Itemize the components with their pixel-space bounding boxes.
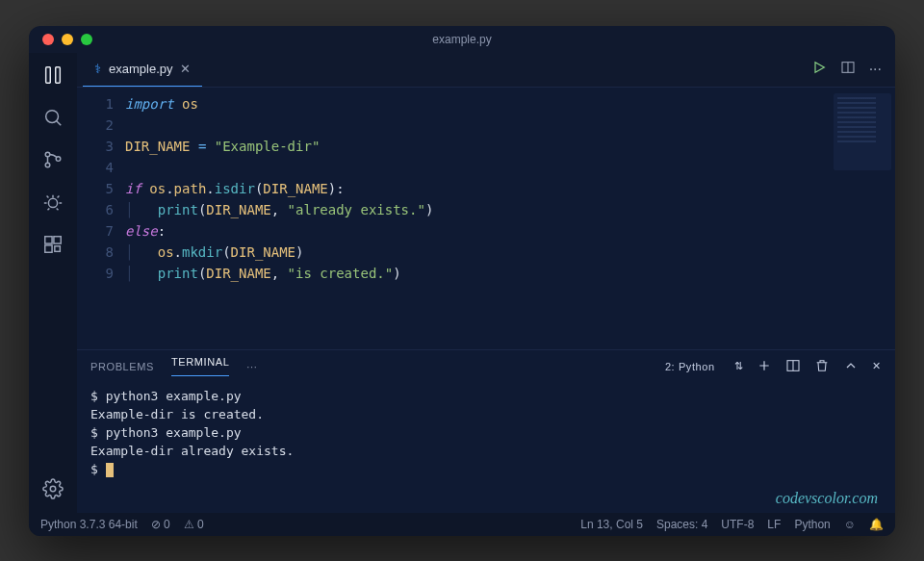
svg-rect-5 <box>45 236 52 242</box>
watermark: codevscolor.com <box>776 490 878 507</box>
tab-example-py[interactable]: ⚕ example.py ✕ <box>83 53 202 87</box>
tab-bar: ⚕ example.py ✕ ··· <box>77 53 895 88</box>
titlebar: example.py <box>29 26 895 53</box>
status-encoding[interactable]: UTF-8 <box>721 518 754 531</box>
svg-point-2 <box>45 163 50 167</box>
line-gutter: 123456789 <box>77 88 125 349</box>
kill-terminal-icon[interactable] <box>814 358 830 375</box>
run-icon[interactable] <box>811 60 827 79</box>
svg-rect-6 <box>54 236 61 242</box>
extensions-icon[interactable] <box>40 232 65 257</box>
explorer-icon[interactable] <box>40 63 65 88</box>
maximize-panel-icon[interactable] <box>843 358 859 375</box>
python-file-icon: ⚕ <box>94 62 101 76</box>
svg-rect-8 <box>55 245 61 251</box>
terminal-output[interactable]: $ python3 example.pyExample-dir is creat… <box>77 383 895 513</box>
status-warnings[interactable]: ⚠ 0 <box>184 518 204 531</box>
status-language[interactable]: Python <box>794 518 830 531</box>
status-cursor-position[interactable]: Ln 13, Col 5 <box>580 518 643 531</box>
panel-tab-terminal[interactable]: TERMINAL <box>171 356 229 376</box>
status-indentation[interactable]: Spaces: 4 <box>656 518 707 531</box>
activity-bar <box>29 53 77 513</box>
notifications-bell-icon[interactable]: 🔔 <box>869 518 884 531</box>
feedback-icon[interactable]: ☺ <box>844 518 856 531</box>
status-python-version[interactable]: Python 3.7.3 64-bit <box>40 518 138 531</box>
minimap[interactable] <box>834 93 891 170</box>
code-area[interactable]: import osDIR_NAME = "Example-dir"if os.p… <box>125 88 895 349</box>
split-terminal-icon[interactable] <box>785 358 801 375</box>
svg-point-0 <box>46 110 59 122</box>
svg-rect-7 <box>45 244 52 251</box>
panel-more-icon[interactable]: ··· <box>246 361 257 372</box>
more-actions-icon[interactable]: ··· <box>869 61 882 78</box>
svg-point-4 <box>48 198 57 207</box>
source-control-icon[interactable] <box>40 147 65 172</box>
svg-point-3 <box>56 156 61 161</box>
tab-close-icon[interactable]: ✕ <box>180 62 191 76</box>
split-editor-icon[interactable] <box>840 60 856 79</box>
search-icon[interactable] <box>40 105 65 130</box>
panel-tab-problems[interactable]: PROBLEMS <box>90 361 154 372</box>
terminal-selector[interactable]: 2: Python <box>665 361 715 372</box>
close-panel-icon[interactable]: ✕ <box>872 360 882 372</box>
tab-label: example.py <box>109 62 172 76</box>
svg-point-9 <box>50 486 56 492</box>
settings-gear-icon[interactable] <box>40 476 65 501</box>
window-title: example.py <box>29 33 895 46</box>
status-bar: Python 3.7.3 64-bit ⊘ 0 ⚠ 0 Ln 13, Col 5… <box>29 513 895 536</box>
debug-icon[interactable] <box>40 190 65 215</box>
selector-updown-icon[interactable]: ⇅ <box>734 360 744 372</box>
new-terminal-icon[interactable] <box>757 358 772 375</box>
svg-point-1 <box>45 152 50 157</box>
status-errors[interactable]: ⊘ 0 <box>151 518 170 531</box>
bottom-panel: PROBLEMS TERMINAL ··· 2: Python ⇅ ✕ $ py… <box>77 349 895 513</box>
editor[interactable]: 123456789 import osDIR_NAME = "Example-d… <box>77 88 895 349</box>
status-eol[interactable]: LF <box>767 518 781 531</box>
